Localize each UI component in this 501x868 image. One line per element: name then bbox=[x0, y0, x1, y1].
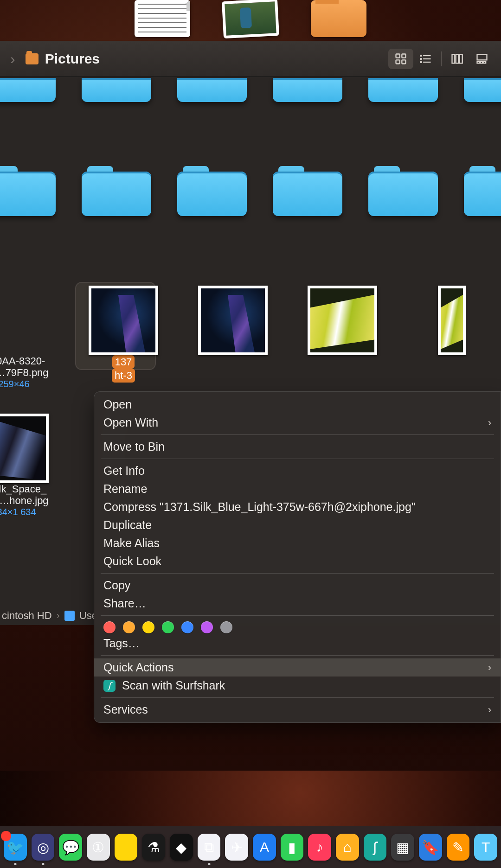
file-item-selected[interactable]: 137 ht-3 bbox=[77, 286, 170, 389]
file-item[interactable] bbox=[186, 286, 279, 389]
folder-item[interactable] bbox=[82, 165, 151, 216]
tag-color-dot[interactable] bbox=[162, 621, 174, 633]
folder-item[interactable] bbox=[368, 165, 438, 216]
dock-app-pages[interactable]: ✎ bbox=[447, 834, 470, 861]
svg-rect-13 bbox=[477, 55, 487, 60]
menu-quick-look[interactable]: Quick Look bbox=[94, 552, 501, 570]
dock-app-music[interactable]: ♪ bbox=[308, 834, 331, 861]
tag-color-dot[interactable] bbox=[220, 621, 232, 633]
separator bbox=[101, 615, 494, 616]
folder-item[interactable] bbox=[0, 165, 56, 216]
menu-duplicate[interactable]: Duplicate bbox=[94, 516, 501, 534]
view-icon-gallery[interactable] bbox=[469, 49, 495, 69]
desktop-drop-folder[interactable] bbox=[311, 0, 366, 37]
folder-item[interactable] bbox=[273, 165, 342, 216]
menu-get-info[interactable]: Get Info bbox=[94, 462, 501, 480]
dock-app-twitter[interactable]: 🐦 bbox=[4, 834, 27, 861]
view-icon-list[interactable] bbox=[413, 49, 438, 69]
folder-item[interactable] bbox=[177, 165, 247, 216]
menu-make-alias[interactable]: Make Alias bbox=[94, 534, 501, 552]
dock-app-shortcuts[interactable]: ⧉ bbox=[198, 834, 221, 861]
dock-app-maps[interactable]: ✈ bbox=[225, 834, 248, 861]
file-item[interactable] bbox=[296, 286, 389, 389]
menu-copy[interactable]: Copy bbox=[94, 576, 501, 594]
svg-rect-14 bbox=[477, 62, 480, 64]
view-icon-grid[interactable] bbox=[388, 49, 413, 69]
desktop-drop-photo[interactable] bbox=[222, 0, 279, 38]
desktop-drop-note[interactable] bbox=[135, 0, 190, 37]
folder-row bbox=[0, 165, 501, 216]
dock-app-science[interactable]: ⚗ bbox=[142, 834, 165, 861]
dock-app-notes[interactable] bbox=[115, 834, 138, 861]
tag-color-dot[interactable] bbox=[142, 621, 154, 633]
dock-app-discord[interactable]: ◎ bbox=[32, 834, 55, 861]
file-item[interactable]: 6.Silk_Space_ _Mo…hone.jpg 634×1 634 bbox=[0, 414, 60, 517]
nav-forward-icon[interactable]: › bbox=[6, 49, 19, 70]
dock-app-surfshark[interactable]: ʃ bbox=[364, 834, 387, 861]
dock-app-bookmarks[interactable]: 🔖 bbox=[419, 834, 442, 861]
svg-point-7 bbox=[420, 55, 421, 56]
dock-app-1password[interactable]: ① bbox=[87, 834, 110, 861]
menu-open-with[interactable]: Open With› bbox=[94, 414, 501, 432]
menu-share[interactable]: Share… bbox=[94, 594, 501, 613]
file-item[interactable] bbox=[405, 286, 498, 389]
dock-app-calculator[interactable]: ▦ bbox=[391, 834, 414, 861]
menu-services[interactable]: Services› bbox=[94, 701, 501, 719]
file-name: 137 bbox=[112, 355, 135, 369]
folder-item[interactable] bbox=[464, 165, 501, 216]
menu-scan-surfshark[interactable]: ʃScan with Surfshark bbox=[94, 677, 501, 695]
menu-tags[interactable]: Tags… bbox=[94, 634, 501, 652]
folder-icon bbox=[26, 53, 39, 64]
svg-rect-15 bbox=[481, 62, 483, 64]
menu-compress[interactable]: Compress "1371.Silk_Blue_Light-375w-667h… bbox=[94, 498, 501, 516]
menu-open[interactable]: Open bbox=[94, 396, 501, 414]
view-icon-columns[interactable] bbox=[444, 49, 469, 69]
dock-app-appstore[interactable]: A bbox=[253, 834, 276, 861]
menu-rename[interactable]: Rename bbox=[94, 480, 501, 498]
chevron-right-icon: › bbox=[488, 662, 491, 674]
path-segment[interactable]: cintosh HD bbox=[2, 610, 52, 622]
dock-app-layers[interactable]: ◆ bbox=[170, 834, 193, 861]
svg-rect-3 bbox=[402, 60, 405, 64]
thumbnail[interactable] bbox=[89, 286, 158, 355]
menu-quick-actions[interactable]: Quick Actions› bbox=[94, 658, 501, 677]
tag-color-dot[interactable] bbox=[201, 621, 213, 633]
folder-icon bbox=[64, 611, 75, 621]
separator bbox=[101, 434, 494, 435]
tag-color-dot[interactable] bbox=[181, 621, 193, 633]
svg-rect-2 bbox=[396, 60, 400, 64]
folder-item[interactable] bbox=[0, 78, 56, 102]
folder-item[interactable] bbox=[177, 78, 247, 102]
thumbnail[interactable] bbox=[0, 414, 49, 483]
folder-item[interactable] bbox=[273, 78, 342, 102]
svg-point-8 bbox=[420, 58, 421, 59]
svg-rect-11 bbox=[456, 55, 459, 64]
finder-toolbar: › Pictures bbox=[0, 41, 501, 77]
file-row: BE0AA-8320- 3-A…79F8.png 259×46 137 ht-3 bbox=[0, 286, 498, 389]
separator bbox=[101, 573, 494, 574]
folder-item[interactable] bbox=[368, 78, 438, 102]
folder-item[interactable] bbox=[82, 78, 151, 102]
dock-app-messages[interactable]: 💬 bbox=[59, 834, 82, 861]
badge-icon bbox=[1, 831, 11, 841]
file-name: BE0AA-8320- bbox=[0, 355, 45, 367]
tag-color-dot[interactable] bbox=[103, 621, 116, 633]
separator bbox=[101, 459, 494, 459]
file-name: 3-A…79F8.png bbox=[0, 367, 49, 378]
surfshark-icon: ʃ bbox=[103, 680, 116, 692]
dock-app-facetime[interactable]: ▮ bbox=[281, 834, 304, 861]
chevron-right-icon: › bbox=[57, 610, 60, 622]
dock-app-home[interactable]: ⌂ bbox=[336, 834, 359, 861]
menu-move-to-bin[interactable]: Move to Bin bbox=[94, 438, 501, 456]
chevron-right-icon: › bbox=[488, 704, 491, 716]
thumbnail[interactable] bbox=[438, 286, 466, 355]
separator bbox=[101, 697, 494, 698]
thumbnail[interactable] bbox=[308, 286, 377, 355]
thumbnail[interactable] bbox=[198, 286, 268, 355]
tag-color-dot[interactable] bbox=[123, 621, 135, 633]
folder-item[interactable] bbox=[464, 78, 501, 102]
svg-rect-12 bbox=[460, 55, 462, 64]
dock-app-text[interactable]: T bbox=[474, 834, 497, 861]
file-item[interactable]: BE0AA-8320- 3-A…79F8.png 259×46 bbox=[0, 286, 60, 389]
svg-rect-0 bbox=[396, 54, 400, 58]
